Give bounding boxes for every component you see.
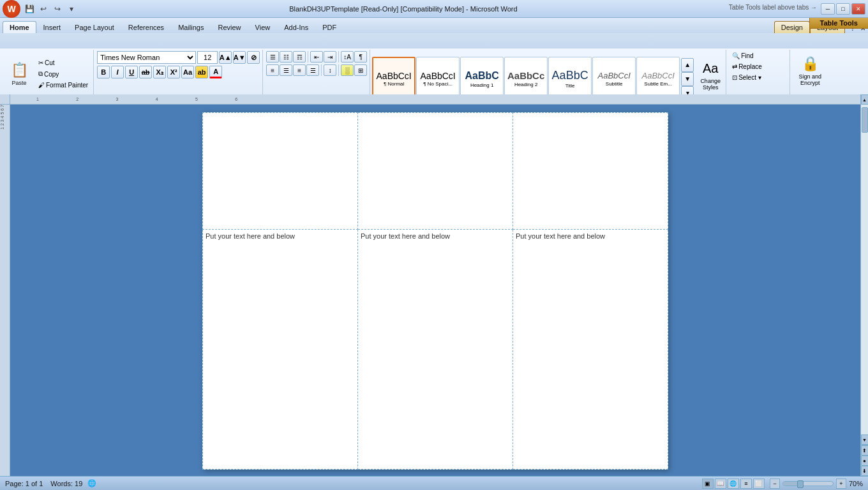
align-center-button[interactable]: ☰	[280, 64, 292, 76]
scrollbar-vertical[interactable]: ▲ ▼ ⬆ ● ⬇	[860, 94, 868, 476]
select-label: Select ▾	[738, 74, 761, 81]
align-left-button[interactable]: ≡	[266, 64, 279, 76]
close-button[interactable]: ✕	[851, 3, 865, 15]
sort-button[interactable]: ↕A	[341, 51, 354, 63]
undo-button[interactable]: ↩	[37, 3, 50, 15]
tab-home[interactable]: Home	[3, 21, 36, 33]
decrease-indent-button[interactable]: ⇤	[310, 51, 323, 63]
view-web-button[interactable]: 🌐	[728, 479, 739, 489]
prev-page-button[interactable]: ⬆	[861, 445, 869, 456]
view-outline-button[interactable]: ≡	[740, 479, 752, 489]
word-count: Words: 19	[50, 480, 82, 487]
scroll-up-button[interactable]: ▲	[861, 94, 869, 105]
tab-add-ins[interactable]: Add-Ins	[277, 21, 315, 33]
restore-button[interactable]: □	[836, 3, 850, 15]
main-scroll-area[interactable]: 1 2 3 4 5 6	[10, 94, 860, 476]
quick-access-dropdown[interactable]: ▾	[65, 3, 78, 15]
zoom-slider[interactable]	[782, 481, 834, 486]
font-grow-button[interactable]: A▲	[219, 51, 232, 64]
page-info: Page: 1 of 1	[5, 480, 43, 487]
table-cell-1-2[interactable]: Put your text here and below	[513, 229, 668, 469]
next-page-button[interactable]: ⬇	[861, 466, 869, 476]
table-cell-0-0[interactable]	[203, 113, 358, 230]
multilevel-button[interactable]: ☶	[293, 51, 306, 63]
sign-encrypt-button[interactable]: 🔒 Sign and Encrypt	[793, 51, 827, 91]
tab-design[interactable]: Design	[774, 21, 810, 33]
subscript-button[interactable]: X₂	[153, 66, 166, 78]
bullets-button[interactable]: ☰	[266, 51, 279, 63]
replace-button[interactable]: ⇄ Replace	[730, 62, 787, 71]
redo-button[interactable]: ↪	[51, 3, 64, 15]
table-cell-1-0[interactable]: Put your text here and below	[203, 229, 358, 469]
title-left: W 💾 ↩ ↪ ▾	[3, 0, 78, 18]
font-name-select[interactable]: Times New Roman	[97, 51, 196, 64]
tab-mailings[interactable]: Mailings	[171, 21, 211, 33]
table-cell-0-2[interactable]	[513, 113, 668, 230]
save-button[interactable]: 💾	[23, 3, 36, 15]
font-size-input[interactable]	[197, 51, 218, 64]
tab-view[interactable]: View	[248, 21, 278, 33]
para-divider-2	[338, 51, 339, 63]
styles-scroll: ▲ ▼ ▾	[681, 58, 694, 100]
change-case-button[interactable]: Aa	[181, 66, 194, 78]
office-button[interactable]: W	[3, 0, 20, 18]
line-spacing-button[interactable]: ↕	[324, 64, 336, 76]
select-button[interactable]: ⊡ Select ▾	[730, 73, 787, 82]
editing-content: 🔍 Find ⇄ Replace ⊡ Select ▾	[730, 51, 787, 97]
paste-button[interactable]: 📋 Paste	[4, 51, 34, 97]
clear-format-button[interactable]: ⊘	[247, 51, 260, 64]
increase-indent-button[interactable]: ⇥	[324, 51, 336, 63]
format-painter-button[interactable]: 🖌 Format Painter	[36, 80, 91, 90]
find-button[interactable]: 🔍 Find	[730, 51, 787, 61]
tab-page-layout[interactable]: Page Layout	[68, 21, 121, 33]
font-shrink-button[interactable]: A▼	[233, 51, 246, 64]
borders-button[interactable]: ⊞	[354, 64, 367, 76]
styles-scroll-up[interactable]: ▲	[681, 58, 694, 72]
font-color-button[interactable]: A	[209, 66, 222, 78]
tab-references[interactable]: References	[121, 21, 171, 33]
table-cell-1-1[interactable]: Put your text here and below	[358, 229, 513, 469]
copy-icon: ⧉	[38, 70, 43, 78]
highlight-button[interactable]: ab	[195, 66, 208, 78]
view-reader-button[interactable]: 📖	[715, 479, 726, 489]
copy-button[interactable]: ⧉ Copy	[36, 69, 91, 79]
shading-button[interactable]: ░	[341, 64, 354, 76]
sign-encrypt-label: Sign and Encrypt	[794, 73, 826, 86]
view-draft-button[interactable]: ⬜	[753, 479, 765, 489]
zoom-in-button[interactable]: +	[836, 479, 846, 489]
tab-review[interactable]: Review	[211, 21, 248, 33]
zoom-out-button[interactable]: −	[770, 479, 780, 489]
document-table: Put your text here and below Put your te…	[202, 112, 668, 470]
numbering-button[interactable]: ☷	[280, 51, 292, 63]
select-browse-button[interactable]: ●	[861, 456, 869, 466]
strikethrough-button[interactable]: ab	[139, 66, 152, 78]
replace-label: Replace	[738, 63, 762, 70]
tab-pdf[interactable]: PDF	[315, 21, 343, 33]
minimize-button[interactable]: ─	[821, 3, 835, 15]
underline-button[interactable]: U	[125, 66, 138, 78]
view-normal-button[interactable]: ▣	[702, 479, 714, 489]
document-page[interactable]: Put your text here and below Put your te…	[202, 112, 668, 470]
table-cell-0-1[interactable]	[358, 113, 513, 230]
zoom-slider-thumb[interactable]	[797, 480, 804, 488]
title-bar: W 💾 ↩ ↪ ▾ BlankDH3UPTemplate [Read-Only]…	[0, 0, 868, 18]
scroll-thumb[interactable]	[862, 107, 868, 133]
scroll-track[interactable]	[861, 105, 868, 434]
italic-button[interactable]: I	[111, 66, 124, 78]
styles-scroll-down[interactable]: ▼	[681, 72, 694, 86]
superscript-button[interactable]: X²	[167, 66, 180, 78]
show-para-button[interactable]: ¶	[354, 51, 367, 63]
find-icon: 🔍	[732, 52, 740, 59]
justify-button[interactable]: ☰	[306, 64, 319, 76]
align-right-button[interactable]: ≡	[293, 64, 306, 76]
scroll-down-button[interactable]: ▼	[861, 434, 869, 445]
copy-label: Copy	[44, 71, 59, 78]
bold-button[interactable]: B	[97, 66, 110, 78]
quick-access-toolbar: 💾 ↩ ↪ ▾	[23, 3, 78, 15]
tab-insert[interactable]: Insert	[36, 21, 68, 33]
change-styles-button[interactable]: Aa Change Styles	[696, 57, 724, 95]
select-icon: ⊡	[732, 74, 737, 81]
table-row-bottom: Put your text here and below Put your te…	[203, 229, 668, 469]
cut-button[interactable]: ✂ Cut	[36, 58, 91, 68]
para-divider-4	[338, 64, 339, 76]
